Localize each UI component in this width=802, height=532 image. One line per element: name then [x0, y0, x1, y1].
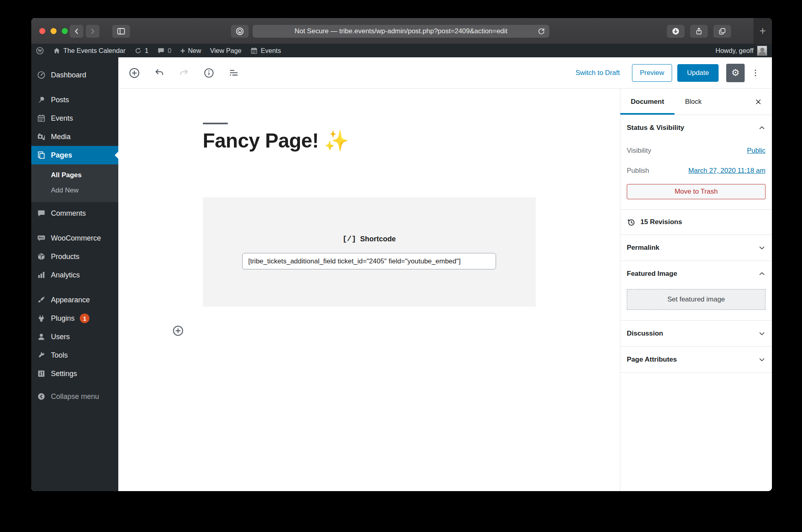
wordpress-logo-icon — [36, 47, 44, 55]
sidebar-item-plugins[interactable]: Plugins 1 — [31, 309, 118, 328]
forward-button[interactable] — [86, 25, 99, 38]
page-title[interactable]: Fancy Page! ✨ — [203, 129, 536, 152]
comments-menu[interactable]: 0 — [153, 44, 176, 57]
sidebar-item-label: Plugins — [51, 314, 75, 323]
editor-canvas: Fancy Page! ✨ [/] Shortcode — [118, 89, 620, 491]
sidebar-item-analytics[interactable]: Analytics — [31, 266, 118, 284]
block-navigation-button[interactable] — [227, 66, 241, 80]
publish-date-link[interactable]: March 27, 2020 11:18 am — [689, 167, 766, 175]
discussion-header[interactable]: Discussion — [627, 321, 766, 346]
featured-image-panel: Featured Image Set featured image — [620, 261, 772, 321]
featured-image-header[interactable]: Featured Image — [627, 261, 766, 287]
sidebar-toggle-button[interactable] — [112, 25, 130, 38]
close-sidebar-button[interactable] — [750, 89, 766, 115]
sidebar-item-label: Media — [51, 133, 71, 141]
status-visibility-header[interactable]: Status & Visibility — [627, 115, 766, 141]
tabs-icon — [718, 27, 727, 36]
minimize-window-button[interactable] — [51, 28, 57, 34]
kebab-menu-icon — [751, 68, 760, 78]
zoom-window-button[interactable] — [62, 28, 68, 34]
status-visibility-panel: Status & Visibility Visibility Public Pu… — [620, 115, 772, 210]
add-block-button[interactable] — [172, 324, 184, 337]
tab-overview-button[interactable] — [713, 25, 731, 38]
close-icon — [754, 98, 762, 106]
close-window-button[interactable] — [39, 28, 45, 34]
update-button[interactable]: Update — [677, 64, 719, 82]
sidebar-item-users[interactable]: Users — [31, 328, 118, 346]
browser-window: Not Secure — tribe.events/wp-admin/post.… — [31, 18, 772, 491]
updates-menu[interactable]: 1 — [130, 44, 153, 57]
block-inserter-button[interactable] — [127, 66, 142, 80]
settings-toggle-button[interactable]: ⚙ — [726, 64, 745, 82]
sidebar-item-label: Posts — [51, 96, 69, 104]
new-tab-button[interactable]: + — [753, 18, 772, 44]
sidebar-item-pages[interactable]: Pages — [31, 146, 118, 164]
share-icon — [695, 27, 703, 36]
sidebar-item-media[interactable]: Media — [31, 127, 118, 146]
tab-block[interactable]: Block — [674, 89, 712, 115]
chevron-right-icon — [88, 27, 97, 36]
dashboard-icon — [37, 71, 46, 79]
sidebar-item-label: Products — [51, 253, 79, 261]
visibility-row: Visibility Public — [627, 141, 766, 161]
sidebar-item-settings[interactable]: Settings — [31, 364, 118, 383]
settings-icon — [37, 369, 46, 378]
sidebar-item-add-new[interactable]: Add New — [31, 183, 118, 198]
wp-logo-menu[interactable] — [31, 44, 49, 57]
brush-icon — [37, 295, 46, 304]
back-button[interactable] — [70, 25, 83, 38]
site-name-menu[interactable]: The Events Calendar — [49, 44, 130, 57]
shortcode-block[interactable]: [/] Shortcode — [203, 197, 536, 307]
move-to-trash-button[interactable]: Move to Trash — [627, 184, 766, 199]
preview-button[interactable]: Preview — [632, 64, 672, 82]
avatar[interactable] — [757, 46, 767, 56]
sidebar-item-woocommerce[interactable]: Woo WooCommerce — [31, 229, 118, 247]
address-text: Not Secure — tribe.events/wp-admin/post.… — [294, 27, 507, 35]
shortcode-block-label: Shortcode — [360, 235, 396, 243]
collapse-menu-button[interactable]: Collapse menu — [31, 387, 118, 406]
share-button[interactable] — [690, 25, 708, 38]
chevron-up-icon — [758, 124, 766, 131]
sidebar-item-dashboard[interactable]: Dashboard — [31, 66, 118, 84]
sidebar-item-events[interactable]: Events — [31, 109, 118, 127]
redo-button[interactable] — [177, 66, 191, 80]
reload-button[interactable] — [537, 27, 546, 36]
visibility-link[interactable]: Public — [747, 147, 766, 155]
page-attributes-header[interactable]: Page Attributes — [627, 347, 766, 372]
password-extension-button[interactable] — [231, 25, 249, 38]
sidebar-item-products[interactable]: Products — [31, 247, 118, 266]
view-page-menu[interactable]: View Page — [206, 44, 246, 57]
new-content-menu[interactable]: + New — [176, 44, 205, 57]
package-icon — [37, 252, 46, 261]
discussion-panel: Discussion — [620, 321, 772, 347]
events-menu[interactable]: Events — [246, 44, 285, 57]
sidebar-item-label: Comments — [51, 209, 86, 218]
browser-toolbar: Not Secure — tribe.events/wp-admin/post.… — [31, 18, 772, 44]
info-icon — [203, 67, 215, 79]
content-structure-button[interactable] — [202, 66, 216, 80]
sidebar-item-appearance[interactable]: Appearance — [31, 291, 118, 309]
collapse-icon — [37, 392, 46, 401]
updates-icon — [134, 47, 142, 55]
switch-to-draft-button[interactable]: Switch to Draft — [575, 69, 620, 77]
howdy-greeting[interactable]: Howdy, geoff — [715, 47, 753, 55]
revisions-button[interactable]: 15 Revisions — [627, 210, 766, 235]
more-tools-button[interactable] — [748, 64, 763, 82]
new-label: New — [188, 47, 201, 55]
permalink-header[interactable]: Permalink — [627, 235, 766, 261]
sidebar-item-label: Settings — [51, 370, 77, 378]
page-attributes-panel: Page Attributes — [620, 347, 772, 373]
sidebar-item-comments[interactable]: Comments — [31, 204, 118, 223]
sidebar-item-label: Dashboard — [51, 71, 86, 79]
redo-icon — [178, 67, 190, 79]
sidebar-item-all-pages[interactable]: All Pages — [31, 168, 118, 183]
tab-document[interactable]: Document — [620, 89, 674, 115]
undo-button[interactable] — [152, 66, 166, 80]
shortcode-input[interactable] — [242, 253, 496, 269]
downloads-button[interactable] — [667, 25, 685, 38]
address-bar[interactable]: Not Secure — tribe.events/wp-admin/post.… — [253, 25, 549, 38]
sidebar-item-posts[interactable]: Posts — [31, 91, 118, 109]
traffic-lights — [39, 28, 68, 34]
sidebar-item-tools[interactable]: Tools — [31, 346, 118, 364]
set-featured-image-button[interactable]: Set featured image — [627, 289, 766, 310]
